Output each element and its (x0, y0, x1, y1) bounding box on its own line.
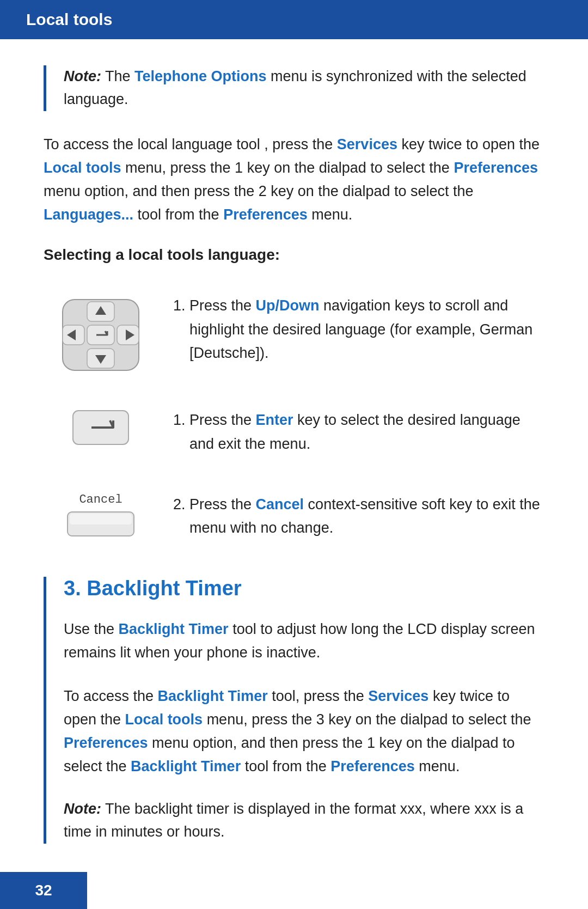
step3-before: Press the (189, 496, 256, 513)
body3-mid5: tool from the (241, 758, 330, 774)
telephone-options-link[interactable]: Telephone Options (134, 68, 267, 84)
note-paragraph-2: Note: The backlight timer is displayed i… (64, 798, 544, 844)
step1-text: Press the Up/Down navigation keys to scr… (163, 283, 544, 398)
nav-key-icon (57, 294, 144, 376)
cancel-key-icon (65, 510, 136, 538)
body1-mid2: menu, press the 1 key on the dialpad to … (121, 160, 454, 176)
cancel-key-area: Cancel (65, 493, 136, 538)
page-title: Local tools (26, 10, 112, 29)
body3-mid1: tool, press the (268, 688, 369, 704)
note-section-1: Note: The Telephone Options menu is sync… (44, 65, 544, 111)
page-number: 32 (35, 882, 52, 899)
enter-key-icon (71, 408, 131, 447)
services-link-2[interactable]: Services (368, 688, 428, 704)
body3-before: To access the (64, 688, 158, 704)
step3-text: Press the Cancel context-sensitive soft … (163, 482, 544, 566)
body2-before: Use the (64, 621, 119, 637)
backlight-timer-section: 3. Backlight Timer Use the Backlight Tim… (44, 577, 544, 844)
nav-key-image-cell (44, 283, 163, 398)
enter-key-image-cell (44, 398, 163, 481)
body1-end: menu. (308, 206, 353, 223)
body1-mid1: key twice to open the (397, 136, 540, 152)
footer-bar: 32 (0, 872, 87, 909)
content-area: Note: The Telephone Options menu is sync… (0, 39, 588, 909)
cancel-key-label: Cancel (79, 493, 122, 507)
updown-link[interactable]: Up/Down (256, 297, 320, 314)
note-label-2: Note: (64, 801, 101, 817)
body-paragraph-1: To access the local language tool , pres… (44, 133, 544, 227)
local-tools-link-1[interactable]: Local tools (44, 160, 121, 176)
body1-before: To access the local language tool , pres… (44, 136, 337, 152)
note-label-1: Note: (64, 68, 101, 84)
preferences-link-2[interactable]: Preferences (223, 206, 308, 223)
cancel-key-image-cell: Cancel (44, 482, 163, 566)
body-paragraph-2: Use the Backlight Timer tool to adjust h… (64, 618, 544, 664)
section-heading-backlight: 3. Backlight Timer (64, 577, 544, 600)
body3-mid3: menu, press the 3 key on the dialpad to … (203, 711, 531, 728)
svg-rect-14 (70, 514, 132, 524)
step2-before: Press the (189, 412, 256, 428)
backlight-timer-link-3[interactable]: Backlight Timer (131, 758, 241, 774)
step2-text: Press the Enter key to select the desire… (163, 398, 544, 481)
note-paragraph-1: Note: The Telephone Options menu is sync… (64, 65, 544, 111)
subheading-selecting-language: Selecting a local tools language: (44, 246, 544, 264)
services-link-1[interactable]: Services (337, 136, 397, 152)
backlight-timer-link-1[interactable]: Backlight Timer (119, 621, 229, 637)
backlight-timer-link-2[interactable]: Backlight Timer (158, 688, 268, 704)
cancel-link[interactable]: Cancel (256, 496, 304, 513)
note2-after: The backlight timer is displayed in the … (64, 801, 523, 840)
body1-mid3: menu option, and then press the 2 key on… (44, 183, 474, 199)
body1-mid4: tool from the (133, 206, 223, 223)
instruction-grid: Press the Up/Down navigation keys to scr… (44, 283, 544, 566)
local-tools-link-2[interactable]: Local tools (125, 711, 203, 728)
preferences-link-1[interactable]: Preferences (454, 160, 538, 176)
note-text-before-1: The (101, 68, 134, 84)
step1-before: Press the (189, 297, 256, 314)
preferences-link-3[interactable]: Preferences (64, 735, 148, 751)
languages-link-1[interactable]: Languages... (44, 206, 133, 223)
header-bar: Local tools (0, 0, 588, 39)
enter-link[interactable]: Enter (256, 412, 293, 428)
body-paragraph-3: To access the Backlight Timer tool, pres… (64, 685, 544, 779)
preferences-link-4[interactable]: Preferences (330, 758, 415, 774)
body3-end: menu. (415, 758, 460, 774)
